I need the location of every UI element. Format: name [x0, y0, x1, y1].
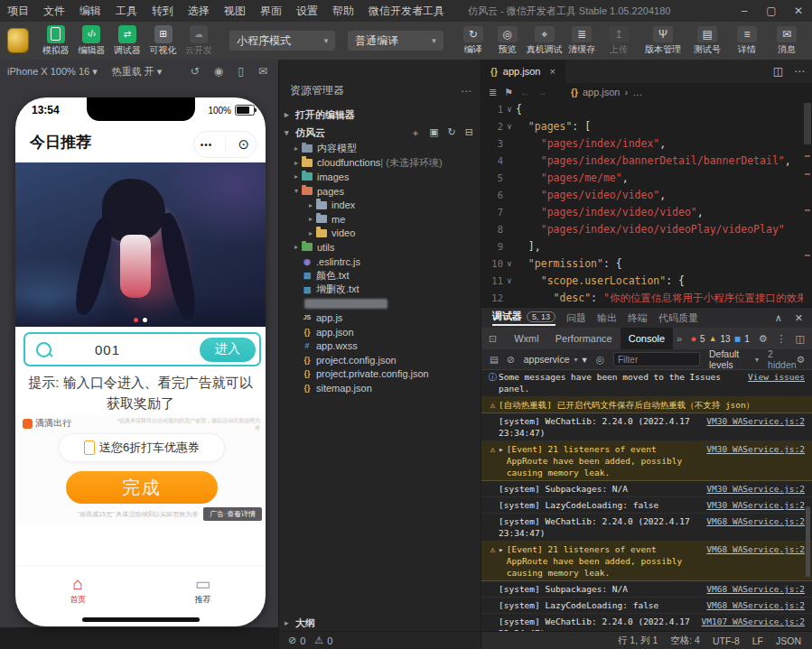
console-row[interactable]: [system] WeChatLib: 2.24.0 (2022.4.17 23…	[481, 413, 812, 441]
ad-block[interactable]: 滴滴出行 *优惠券仅限符合活动规则的用户使用，请以活动页面说明为准 送您6折打车…	[15, 415, 266, 524]
menu-view[interactable]: 视图	[217, 4, 253, 19]
rotate-icon[interactable]: ↺	[191, 65, 200, 78]
code-line[interactable]: 6 "pages/video/video",	[481, 187, 803, 204]
console-row[interactable]: [system] LazyCodeLoading: falseVM68 WASe…	[481, 598, 812, 614]
version-manage-button[interactable]: Ψ 版本管理	[639, 26, 687, 56]
tree-arrow-icon[interactable]: ▾	[292, 187, 301, 195]
code-line[interactable]: 8 "pages/index/video/videoPlay/videoPlay…	[481, 221, 803, 238]
menu-select[interactable]: 选择	[181, 4, 217, 19]
device-frame-icon[interactable]: ▯	[238, 65, 244, 78]
tree-item-增删改.txt[interactable]: ▤增删改.txt	[279, 283, 481, 297]
scrollbar-thumb[interactable]	[804, 103, 811, 144]
code-line[interactable]: 5 "pages/me/me",	[481, 170, 803, 187]
menu-project[interactable]: 项目	[0, 4, 36, 19]
tab-recommend[interactable]: ▭ 推荐	[141, 566, 266, 615]
tree-item-cloudfunctions[interactable]: ▸cloudfunctions | (未选择环境)	[279, 156, 481, 171]
menu-edit[interactable]: 编辑	[72, 4, 108, 19]
tab-home[interactable]: ⌂ 首页	[15, 566, 141, 615]
eye-icon[interactable]: ◎	[596, 354, 604, 365]
code-line[interactable]: 7 "pages/index/video/video",	[481, 204, 803, 221]
close-panel-icon[interactable]: ✕	[795, 312, 803, 324]
tree-item-sitemap.json[interactable]: {}sitemap.json	[279, 381, 481, 395]
tab-problems[interactable]: 问题	[566, 311, 586, 325]
menu-interface[interactable]: 界面	[253, 4, 289, 19]
source-link[interactable]: VM107 WAService.js:2	[702, 616, 805, 627]
tab-debugger[interactable]: 调试器5, 13	[492, 310, 555, 326]
close-target-icon[interactable]: ⊙	[238, 136, 250, 153]
tab-output[interactable]: 输出	[597, 311, 617, 325]
outline-section[interactable]: ▸ 大纲	[279, 615, 481, 631]
minimap[interactable]	[803, 101, 812, 307]
clear-cache-button[interactable]: ≣ 清缓存	[565, 26, 599, 56]
tree-item-颜色.txt[interactable]: ▤颜色.txt	[279, 268, 481, 283]
tree-arrow-icon[interactable]: ▸	[292, 243, 301, 251]
record-icon[interactable]: ◉	[214, 65, 223, 78]
menu-help[interactable]: 帮助	[325, 4, 361, 19]
code-line[interactable]: 1∨{	[481, 101, 803, 118]
tree-item-app.js[interactable]: JSapp.js	[279, 311, 481, 325]
source-link[interactable]: VM68 WAService.js:2	[706, 583, 805, 595]
more-tabs-icon[interactable]: »	[673, 333, 686, 344]
simulator-toggle-button[interactable]: 模拟器	[38, 25, 74, 57]
feedback-icon[interactable]: ✉	[258, 65, 267, 78]
console-row[interactable]: [system] WeChatLib: 2.24.0 (2022.4.17 23…	[481, 514, 812, 542]
close-tab-icon[interactable]: ×	[549, 66, 555, 77]
banner-image[interactable]	[15, 162, 266, 327]
tree-arrow-icon[interactable]: ▸	[306, 201, 315, 209]
tree-item-video[interactable]: ▸video	[279, 227, 481, 241]
editor-more-icon[interactable]: ⋯	[794, 65, 805, 78]
code-input-box[interactable]: 001 进入	[23, 332, 261, 366]
tree-item-redacted[interactable]	[279, 297, 481, 311]
fold-icon[interactable]: ∨	[503, 273, 516, 290]
nav-back-icon[interactable]: ←	[520, 87, 530, 97]
expand-icon[interactable]: ▸	[499, 443, 504, 455]
tab-app-json[interactable]: {} app.json ×	[481, 60, 565, 83]
tree-item-.eslintrc.js[interactable]: ◉.eslintrc.js	[279, 255, 481, 269]
tree-item-app.wxss[interactable]: #app.wxss	[279, 338, 481, 353]
clear-console-icon[interactable]: ⊘	[507, 354, 515, 365]
remote-debug-button[interactable]: ⌖ 真机调试	[524, 26, 565, 56]
user-avatar[interactable]	[7, 28, 29, 53]
preview-button[interactable]: ◎ 预览	[490, 26, 525, 56]
tree-arrow-icon[interactable]: ▸	[292, 159, 301, 167]
mode-dropdown[interactable]: 小程序模式 ▾	[229, 31, 335, 51]
tree-item-app.json[interactable]: {}app.json	[279, 325, 481, 339]
code-line[interactable]: 2∨ "pages": [	[481, 118, 803, 135]
console-log-list[interactable]: ⓘSome messages have been moved to the Is…	[481, 369, 812, 632]
collapse-all-icon[interactable]: ⊟	[465, 126, 473, 140]
console-row[interactable]: ⚠[自动热重载] 已开启代码文件保存后自动热重载（不支持 json）	[481, 397, 812, 413]
wechat-capsule[interactable]: ••• ⊙	[193, 131, 257, 158]
minimize-button[interactable]: –	[731, 5, 758, 17]
code-line[interactable]: 10∨ "permission": {	[481, 255, 803, 273]
console-scrollbar[interactable]	[806, 506, 810, 577]
console-settings-icon[interactable]: ⚙	[797, 354, 805, 365]
fold-icon[interactable]: ∨	[503, 118, 516, 135]
tree-item-me[interactable]: ▸me	[279, 212, 481, 227]
outline-icon[interactable]: ≣	[489, 87, 497, 98]
bookmark-icon[interactable]: ⚑	[504, 87, 513, 98]
menu-goto[interactable]: 转到	[145, 4, 181, 19]
console-row[interactable]: [system] Subpackages: N/AVM68 WAService.…	[481, 581, 812, 598]
tree-arrow-icon[interactable]: ▸	[292, 172, 301, 181]
coupon-pill[interactable]: 送您6折打车优惠券	[59, 433, 225, 462]
console-row[interactable]: ⚠▸[Event] 21 listeners of event AppRoute…	[481, 542, 812, 581]
code-area[interactable]: 1∨{2∨ "pages": [3 "pages/index/index",4 …	[481, 101, 803, 307]
language-mode[interactable]: JSON	[776, 635, 801, 646]
context-dropdown[interactable]: appservice▾▾	[524, 354, 587, 365]
code-line[interactable]: 3 "pages/index/index",	[481, 135, 803, 153]
tree-item-project.private.config.json[interactable]: {}project.private.config.json	[279, 367, 481, 382]
tab-console[interactable]: Console	[621, 328, 673, 349]
source-link[interactable]: VM30 WAService.js:2	[706, 483, 805, 495]
more-dots-icon[interactable]: •••	[201, 140, 213, 150]
problems-status[interactable]: ⊘ 0 ⚠ 0	[279, 631, 481, 649]
compile-button[interactable]: ↻ 编译	[456, 26, 490, 56]
indent-setting[interactable]: 空格: 4	[670, 635, 700, 647]
eol-setting[interactable]: LF	[752, 635, 763, 646]
enter-button[interactable]: 进入	[200, 338, 256, 362]
test-account-button[interactable]: ▤ 测试号	[687, 26, 727, 56]
menu-settings[interactable]: 设置	[289, 4, 325, 19]
close-button[interactable]: ✕	[785, 5, 812, 17]
sidebar-toggle-icon[interactable]: ▤	[490, 354, 499, 365]
tree-item-images[interactable]: ▸images	[279, 170, 481, 184]
done-button[interactable]: 完成	[66, 471, 218, 504]
